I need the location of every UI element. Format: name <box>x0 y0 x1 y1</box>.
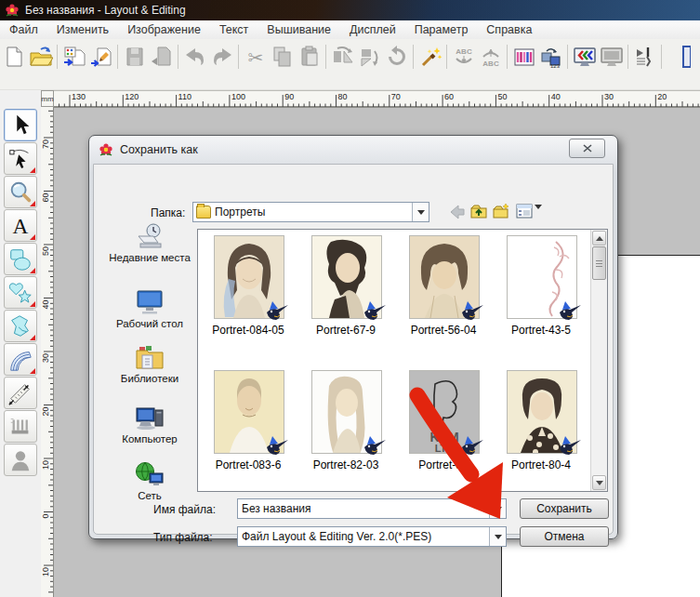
new-document-icon[interactable] <box>0 43 27 71</box>
file-thumbnail[interactable] <box>311 235 382 319</box>
measure-tool[interactable] <box>4 377 37 409</box>
thread-palette-icon[interactable] <box>510 43 537 71</box>
filename-combobox[interactable]: Без названия <box>237 498 507 519</box>
stitch-simulator-icon[interactable] <box>631 43 658 71</box>
file-thumbnail[interactable]: KEMLTD <box>409 370 480 454</box>
svg-text:90: 90 <box>284 92 294 101</box>
save-button-label: Сохранить <box>536 502 592 515</box>
import-image-icon[interactable] <box>87 43 114 71</box>
basic-shapes-tool[interactable] <box>4 243 37 275</box>
text-tool[interactable]: A <box>4 209 37 242</box>
folder-combobox-value: Портреты <box>211 206 412 219</box>
clipped-icon[interactable] <box>665 43 692 71</box>
undo-icon <box>181 43 208 71</box>
svg-text:40: 40 <box>551 92 561 101</box>
cancel-button[interactable]: Отмена <box>520 526 609 547</box>
menu-item-изменить[interactable]: Изменить <box>47 20 118 39</box>
menu-item-справка[interactable]: Справка <box>477 20 541 39</box>
manual-punch-tool[interactable] <box>4 310 37 342</box>
folder-combobox-dropdown[interactable] <box>412 203 429 221</box>
desktop-icon <box>134 288 165 316</box>
embroidery-file-icon <box>265 434 289 457</box>
new-folder-icon[interactable] <box>492 202 510 220</box>
view-menu-icon[interactable] <box>515 202 534 220</box>
menu-item-текст[interactable]: Текст <box>210 20 258 39</box>
file-thumbnail[interactable] <box>507 370 577 454</box>
ruler-unit-box: mm <box>41 90 54 107</box>
place-2[interactable]: Рабочий стол <box>105 288 194 329</box>
file-thumbnail[interactable] <box>311 370 382 454</box>
select-tool[interactable] <box>4 109 37 141</box>
place-1[interactable]: Недавние места <box>105 222 194 263</box>
open-file-icon[interactable] <box>27 43 54 71</box>
filetype-dropdown[interactable] <box>489 527 506 546</box>
svg-text:60: 60 <box>444 92 454 101</box>
file-thumbnail[interactable] <box>507 235 577 319</box>
screen-preview-icon[interactable] <box>598 43 625 71</box>
cancel-button-label: Отмена <box>544 530 584 543</box>
dialog-close-button[interactable] <box>569 139 605 158</box>
place-label: Недавние места <box>105 252 194 263</box>
toolbar-separator <box>323 43 329 71</box>
toolbar-separator <box>443 43 450 71</box>
menu-item-изображение[interactable]: Изображение <box>118 20 210 39</box>
file-thumbnail[interactable] <box>409 235 480 319</box>
scroll-thumb[interactable] <box>592 246 606 280</box>
file-name-label: Portret-43-5 <box>493 324 589 337</box>
svg-text:40: 40 <box>41 300 50 310</box>
svg-text:✂: ✂ <box>247 47 263 68</box>
svg-text:ABC: ABC <box>456 47 472 56</box>
rotate-icon <box>383 43 410 71</box>
toolbar-separator <box>564 43 571 71</box>
filetype-label: Тип файла: <box>153 531 213 544</box>
filename-dropdown[interactable] <box>489 499 506 518</box>
realistic-preview-icon[interactable] <box>571 43 598 71</box>
filetype-combobox[interactable]: Файл Layout & Editing Ver. 2.0(*.PES) <box>237 526 507 547</box>
fan-shape-tool[interactable] <box>4 343 37 376</box>
window-title: Без названия - Layout & Editing <box>25 4 186 17</box>
flyout-indicator <box>30 335 35 340</box>
place-5[interactable]: Сеть <box>105 460 194 501</box>
menu-item-вышивание[interactable]: Вышивание <box>258 20 340 39</box>
magic-wand-icon[interactable] <box>416 43 443 71</box>
zoom-tool[interactable] <box>4 176 37 208</box>
scroll-up-button[interactable] <box>592 231 606 245</box>
outline-shapes-tool[interactable] <box>4 276 37 309</box>
view-menu-arrow-icon[interactable] <box>535 209 542 226</box>
file-thumbnail[interactable] <box>214 370 284 454</box>
file-list-scrollbar[interactable] <box>590 230 607 491</box>
paste-icon <box>296 43 323 71</box>
scroll-down-button[interactable] <box>592 475 606 490</box>
toolbar-separator <box>625 43 631 71</box>
place-4[interactable]: Компьютер <box>105 404 194 444</box>
dialog-titlebar[interactable]: Сохранить как <box>89 136 617 164</box>
svg-text:20: 20 <box>41 407 50 417</box>
svg-text:110: 110 <box>178 92 192 101</box>
sewing-order-icon[interactable]: 123 <box>537 43 564 71</box>
import-design-icon[interactable] <box>60 43 87 71</box>
menu-item-дисплей[interactable]: Дисплей <box>340 20 405 39</box>
embroidery-file-icon <box>363 434 387 457</box>
embroidery-file-icon <box>558 434 582 457</box>
toolbar-separator <box>658 43 665 71</box>
menu-item-файл[interactable]: Файл <box>0 20 47 39</box>
dialog-flower-icon <box>99 142 113 157</box>
file-list[interactable]: Portret-084-05Portret-67-9Portret-56-04P… <box>197 229 608 492</box>
file-thumbnail[interactable] <box>214 235 284 319</box>
toolbar-separator <box>504 43 510 71</box>
save-button[interactable]: Сохранить <box>520 498 609 519</box>
point-edit-tool[interactable] <box>4 142 37 175</box>
svg-text:20: 20 <box>657 92 667 101</box>
stitch-attribute-tool <box>4 410 37 443</box>
cut-icon: ✂ <box>242 43 269 71</box>
flyout-indicator <box>30 368 35 374</box>
folder-combobox[interactable]: Портреты <box>192 202 429 222</box>
toolbar-separator <box>114 43 121 71</box>
menu-item-параметр[interactable]: Параметр <box>405 20 478 39</box>
back-icon[interactable] <box>448 203 467 221</box>
up-one-level-icon[interactable] <box>469 202 488 220</box>
text-arch-up-icon: ABC <box>477 43 504 71</box>
flip-vertical-icon <box>356 43 383 71</box>
file-name-label: Portret-083-6 <box>200 458 297 471</box>
place-3[interactable]: Библиотеки <box>105 343 194 384</box>
